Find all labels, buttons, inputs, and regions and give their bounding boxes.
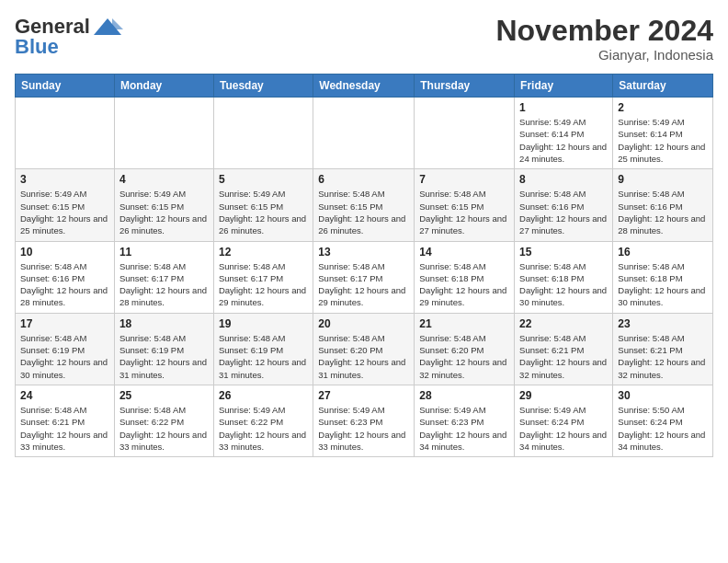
- day-info: Sunrise: 5:48 AMSunset: 6:17 PMDaylight:…: [219, 260, 308, 309]
- day-of-week-header: Friday: [515, 75, 613, 98]
- calendar-cell: 23Sunrise: 5:48 AMSunset: 6:21 PMDayligh…: [613, 313, 713, 385]
- calendar-cell: 6Sunrise: 5:48 AMSunset: 6:15 PMDaylight…: [313, 169, 415, 241]
- day-number: 6: [318, 173, 409, 186]
- day-info: Sunrise: 5:50 AMSunset: 6:24 PMDaylight:…: [618, 404, 708, 453]
- calendar-cell: 28Sunrise: 5:49 AMSunset: 6:23 PMDayligh…: [415, 385, 515, 456]
- day-number: 22: [519, 317, 608, 330]
- day-info: Sunrise: 5:48 AMSunset: 6:16 PMDaylight:…: [20, 260, 109, 309]
- day-info: Sunrise: 5:48 AMSunset: 6:21 PMDaylight:…: [20, 404, 109, 453]
- calendar-cell: 20Sunrise: 5:48 AMSunset: 6:20 PMDayligh…: [313, 313, 415, 385]
- day-number: 10: [20, 246, 109, 259]
- day-info: Sunrise: 5:49 AMSunset: 6:23 PMDaylight:…: [419, 404, 509, 453]
- day-info: Sunrise: 5:48 AMSunset: 6:19 PMDaylight:…: [219, 332, 308, 381]
- day-of-week-header: Tuesday: [213, 75, 313, 98]
- day-info: Sunrise: 5:48 AMSunset: 6:19 PMDaylight:…: [20, 332, 109, 381]
- day-number: 21: [419, 317, 509, 330]
- logo: General Blue: [15, 15, 125, 59]
- day-number: 17: [20, 317, 109, 330]
- day-info: Sunrise: 5:48 AMSunset: 6:18 PMDaylight:…: [419, 260, 509, 309]
- calendar-cell: 17Sunrise: 5:48 AMSunset: 6:19 PMDayligh…: [16, 313, 115, 385]
- day-number: 26: [219, 389, 308, 402]
- calendar-cell: 2Sunrise: 5:49 AMSunset: 6:14 PMDaylight…: [613, 98, 713, 169]
- day-info: Sunrise: 5:48 AMSunset: 6:18 PMDaylight:…: [618, 260, 708, 309]
- day-info: Sunrise: 5:49 AMSunset: 6:14 PMDaylight:…: [519, 116, 608, 165]
- calendar-cell: 18Sunrise: 5:48 AMSunset: 6:19 PMDayligh…: [114, 313, 213, 385]
- svg-marker-1: [112, 18, 123, 29]
- day-number: 12: [219, 246, 308, 259]
- calendar-cell: 22Sunrise: 5:48 AMSunset: 6:21 PMDayligh…: [515, 313, 613, 385]
- day-number: 3: [20, 173, 109, 186]
- calendar-cell: 7Sunrise: 5:48 AMSunset: 6:15 PMDaylight…: [415, 169, 515, 241]
- day-number: 1: [519, 101, 608, 114]
- calendar-cell: 15Sunrise: 5:48 AMSunset: 6:18 PMDayligh…: [515, 241, 613, 313]
- calendar-cell: 30Sunrise: 5:50 AMSunset: 6:24 PMDayligh…: [613, 385, 713, 456]
- day-number: 2: [618, 101, 708, 114]
- day-info: Sunrise: 5:48 AMSunset: 6:17 PMDaylight:…: [119, 260, 209, 309]
- day-of-week-header: Sunday: [16, 75, 115, 98]
- day-info: Sunrise: 5:48 AMSunset: 6:19 PMDaylight:…: [119, 332, 209, 381]
- calendar-cell: [213, 98, 313, 169]
- day-info: Sunrise: 5:48 AMSunset: 6:20 PMDaylight:…: [419, 332, 509, 381]
- day-number: 23: [618, 317, 708, 330]
- day-info: Sunrise: 5:48 AMSunset: 6:21 PMDaylight:…: [618, 332, 708, 381]
- day-number: 27: [318, 389, 409, 402]
- day-number: 18: [119, 317, 209, 330]
- day-number: 16: [618, 246, 708, 259]
- day-info: Sunrise: 5:48 AMSunset: 6:18 PMDaylight:…: [519, 260, 608, 309]
- day-info: Sunrise: 5:48 AMSunset: 6:16 PMDaylight:…: [618, 188, 708, 236]
- location: Gianyar, Indonesia: [495, 47, 713, 63]
- day-number: 28: [419, 389, 509, 402]
- calendar-cell: 19Sunrise: 5:48 AMSunset: 6:19 PMDayligh…: [213, 313, 313, 385]
- day-number: 8: [519, 173, 608, 186]
- calendar-cell: [16, 98, 115, 169]
- day-number: 5: [219, 173, 308, 186]
- calendar-cell: 14Sunrise: 5:48 AMSunset: 6:18 PMDayligh…: [415, 241, 515, 313]
- day-of-week-header: Wednesday: [313, 75, 415, 98]
- calendar-cell: 4Sunrise: 5:49 AMSunset: 6:15 PMDaylight…: [114, 169, 213, 241]
- day-number: 24: [20, 389, 109, 402]
- day-number: 19: [219, 317, 308, 330]
- day-of-week-header: Saturday: [613, 75, 713, 98]
- day-number: 30: [618, 389, 708, 402]
- calendar-table: SundayMondayTuesdayWednesdayThursdayFrid…: [15, 74, 713, 457]
- day-info: Sunrise: 5:49 AMSunset: 6:14 PMDaylight:…: [618, 116, 708, 165]
- day-info: Sunrise: 5:48 AMSunset: 6:22 PMDaylight:…: [119, 404, 209, 453]
- calendar-cell: 29Sunrise: 5:49 AMSunset: 6:24 PMDayligh…: [515, 385, 613, 456]
- day-of-week-header: Monday: [114, 75, 213, 98]
- logo-icon: [92, 17, 123, 37]
- calendar-cell: 3Sunrise: 5:49 AMSunset: 6:15 PMDaylight…: [16, 169, 115, 241]
- calendar-cell: 13Sunrise: 5:48 AMSunset: 6:17 PMDayligh…: [313, 241, 415, 313]
- calendar-cell: [114, 98, 213, 169]
- calendar-cell: 1Sunrise: 5:49 AMSunset: 6:14 PMDaylight…: [515, 98, 613, 169]
- day-info: Sunrise: 5:48 AMSunset: 6:17 PMDaylight:…: [318, 260, 409, 309]
- calendar-cell: [415, 98, 515, 169]
- day-info: Sunrise: 5:48 AMSunset: 6:15 PMDaylight:…: [419, 188, 509, 236]
- page-header: General Blue November 2024 Gianyar, Indo…: [15, 15, 713, 63]
- calendar-cell: 27Sunrise: 5:49 AMSunset: 6:23 PMDayligh…: [313, 385, 415, 456]
- day-number: 25: [119, 389, 209, 402]
- day-number: 4: [119, 173, 209, 186]
- calendar-cell: 24Sunrise: 5:48 AMSunset: 6:21 PMDayligh…: [16, 385, 115, 456]
- calendar-cell: 9Sunrise: 5:48 AMSunset: 6:16 PMDaylight…: [613, 169, 713, 241]
- day-info: Sunrise: 5:48 AMSunset: 6:21 PMDaylight:…: [519, 332, 608, 381]
- day-number: 29: [519, 389, 608, 402]
- day-info: Sunrise: 5:49 AMSunset: 6:15 PMDaylight:…: [20, 188, 109, 236]
- calendar-cell: 21Sunrise: 5:48 AMSunset: 6:20 PMDayligh…: [415, 313, 515, 385]
- day-info: Sunrise: 5:48 AMSunset: 6:15 PMDaylight:…: [318, 188, 409, 236]
- day-info: Sunrise: 5:49 AMSunset: 6:15 PMDaylight:…: [219, 188, 308, 236]
- calendar-cell: 8Sunrise: 5:48 AMSunset: 6:16 PMDaylight…: [515, 169, 613, 241]
- calendar-cell: 10Sunrise: 5:48 AMSunset: 6:16 PMDayligh…: [16, 241, 115, 313]
- day-info: Sunrise: 5:49 AMSunset: 6:23 PMDaylight:…: [318, 404, 409, 453]
- logo-blue: Blue: [15, 35, 59, 59]
- day-number: 13: [318, 246, 409, 259]
- day-number: 7: [419, 173, 509, 186]
- calendar-cell: 16Sunrise: 5:48 AMSunset: 6:18 PMDayligh…: [613, 241, 713, 313]
- calendar-cell: [313, 98, 415, 169]
- calendar-cell: 12Sunrise: 5:48 AMSunset: 6:17 PMDayligh…: [213, 241, 313, 313]
- day-info: Sunrise: 5:49 AMSunset: 6:15 PMDaylight:…: [119, 188, 209, 236]
- day-of-week-header: Thursday: [415, 75, 515, 98]
- title-block: November 2024 Gianyar, Indonesia: [495, 15, 713, 63]
- calendar-cell: 11Sunrise: 5:48 AMSunset: 6:17 PMDayligh…: [114, 241, 213, 313]
- day-number: 20: [318, 317, 409, 330]
- day-number: 9: [618, 173, 708, 186]
